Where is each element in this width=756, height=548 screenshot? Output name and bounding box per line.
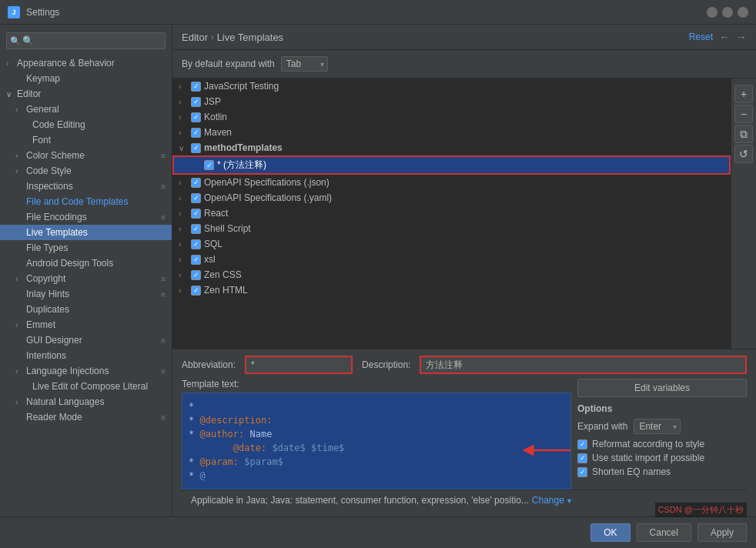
sidebar-item-general[interactable]: › General <box>0 102 172 117</box>
expand-with-select[interactable]: Enter Tab Space <box>634 419 681 434</box>
item-label: JSP <box>204 96 724 107</box>
item-label: Zen CSS <box>204 269 724 280</box>
checkbox[interactable]: ✓ <box>191 82 201 92</box>
list-item-zen-css[interactable]: › ✓ Zen CSS <box>172 267 731 282</box>
change-link[interactable]: Change <box>532 495 564 506</box>
sidebar-item-live-templates[interactable]: Live Templates <box>0 225 172 240</box>
abbreviation-input[interactable] <box>245 356 353 374</box>
checkbox[interactable]: ✓ <box>191 143 201 153</box>
sidebar-item-code-editing[interactable]: Code Editing <box>0 117 172 132</box>
sidebar-item-editor[interactable]: ∨ Editor <box>0 86 172 102</box>
reset-button[interactable]: Reset <box>689 32 713 42</box>
template-list[interactable]: › ✓ JavaScript Testing › ✓ JSP › ✓ K <box>172 79 731 349</box>
expand-select[interactable]: Tab Enter Space <box>281 56 328 72</box>
checkbox[interactable]: ✓ <box>191 112 201 122</box>
expand-with-select-wrapper[interactable]: Enter Tab Space <box>634 419 681 434</box>
shorten-eq-checkbox[interactable]: ✓ <box>577 467 587 477</box>
checkbox[interactable]: ✓ <box>191 97 201 107</box>
cancel-button[interactable]: Cancel <box>637 523 691 542</box>
sidebar-item-color-scheme[interactable]: › Color Scheme ≡ <box>0 148 172 163</box>
window-title: Settings <box>26 7 59 18</box>
option-static-import[interactable]: ✓ Use static import if possible <box>577 453 747 463</box>
search-box[interactable]: 🔍 <box>6 32 166 49</box>
remove-button[interactable]: − <box>734 105 753 123</box>
sidebar-item-emmet[interactable]: › Emmet <box>0 317 172 332</box>
list-item-zen-html[interactable]: › ✓ Zen HTML <box>172 282 731 298</box>
sidebar-item-font[interactable]: Font <box>0 132 172 148</box>
expand-select-wrapper[interactable]: Tab Enter Space <box>281 56 328 72</box>
list-item-react[interactable]: › ✓ React <box>172 206 731 221</box>
sidebar-item-code-style[interactable]: › Code Style <box>0 163 172 179</box>
copy-button[interactable]: ⧉ <box>734 125 753 143</box>
checkbox[interactable]: ✓ <box>191 239 201 249</box>
sidebar-item-intentions[interactable]: Intentions <box>0 348 172 363</box>
sidebar-item-natural-lang[interactable]: › Natural Languages <box>0 394 172 409</box>
sidebar-item-file-types[interactable]: File Types <box>0 240 172 256</box>
code-line: * @ <box>189 469 564 483</box>
sidebar-item-live-edit[interactable]: Live Edit of Compose Literal <box>0 379 172 394</box>
sidebar-item-reader-mode[interactable]: Reader Mode ≡ <box>0 409 172 425</box>
reformat-checkbox[interactable]: ✓ <box>577 439 587 449</box>
search-input[interactable] <box>6 32 166 49</box>
maximize-button[interactable] <box>722 7 733 18</box>
ok-button[interactable]: OK <box>590 523 630 542</box>
sidebar-item-inspections[interactable]: Inspections ≡ <box>0 179 172 194</box>
breadcrumb: Editor › Live Templates <box>182 32 283 43</box>
close-button[interactable] <box>738 7 748 18</box>
sidebar-item-file-code-templates[interactable]: File and Code Templates <box>0 194 172 209</box>
edit-variables-button[interactable]: Edit variables <box>577 379 747 397</box>
sidebar-item-gui-designer[interactable]: GUI Designer ≡ <box>0 332 172 348</box>
option-shorten-eq[interactable]: ✓ Shorten EQ names <box>577 466 747 477</box>
list-item-shell[interactable]: › ✓ Shell Script <box>172 221 731 236</box>
sidebar-item-inlay-hints[interactable]: Inlay Hints ≡ <box>0 286 172 302</box>
list-item-kotlin[interactable]: › ✓ Kotlin <box>172 109 731 125</box>
checkbox[interactable]: ✓ <box>191 193 201 203</box>
list-item-jsp[interactable]: › ✓ JSP <box>172 94 731 109</box>
checkbox[interactable]: ✓ <box>191 128 201 138</box>
options-title: Options <box>577 403 747 414</box>
arrow-icon: › <box>15 152 25 160</box>
list-item-xsl[interactable]: › ✓ xsl <box>172 252 731 267</box>
sidebar-item-label: File and Code Templates <box>26 196 129 207</box>
sidebar-item-android-design[interactable]: Android Design Tools <box>0 256 172 271</box>
add-button[interactable]: + <box>734 85 753 103</box>
checkbox[interactable]: ✓ <box>191 270 201 280</box>
checkbox[interactable]: ✓ <box>191 286 201 296</box>
minimize-button[interactable] <box>707 7 718 18</box>
checkbox[interactable]: ✓ <box>204 160 214 170</box>
sidebar-item-duplicates[interactable]: Duplicates <box>0 302 172 317</box>
list-item-openapi-json[interactable]: › ✓ OpenAPI Specifications (.json) <box>172 175 731 190</box>
checkbox[interactable]: ✓ <box>191 255 201 265</box>
item-label: Maven <box>204 127 724 138</box>
template-text-content[interactable]: * * @description: * @author: Name @date:… <box>182 393 571 490</box>
forward-button[interactable]: → <box>736 31 747 43</box>
sidebar-item-file-encodings[interactable]: File Encodings ≡ <box>0 209 172 225</box>
checkbox[interactable]: ✓ <box>191 178 201 188</box>
sidebar-item-appearance[interactable]: › Appearance & Behavior <box>0 55 172 71</box>
static-import-checkbox[interactable]: ✓ <box>577 453 587 463</box>
annotation-arrow <box>517 435 578 466</box>
undo-button[interactable]: ↺ <box>734 145 753 163</box>
description-input[interactable] <box>420 356 747 374</box>
expand-arrow: › <box>179 98 189 106</box>
list-item-sql[interactable]: › ✓ SQL <box>172 236 731 252</box>
sidebar-item-label: Emmet <box>26 319 55 330</box>
sidebar-item-copyright[interactable]: › Copyright ≡ <box>0 271 172 286</box>
content-header: Editor › Live Templates Reset ← → <box>172 25 756 50</box>
apply-button[interactable]: Apply <box>697 523 747 542</box>
list-item-openapi-yaml[interactable]: › ✓ OpenAPI Specifications (.yaml) <box>172 190 731 206</box>
sidebar-item-language-injections[interactable]: › Language Injections ≡ <box>0 363 172 379</box>
list-item-js-testing[interactable]: › ✓ JavaScript Testing <box>172 79 731 94</box>
expand-arrow: ∨ <box>179 144 189 152</box>
code-line: @date: $date$ $time$ <box>189 441 564 455</box>
list-item-method-templates[interactable]: ∨ ✓ methodTemplates <box>172 140 731 155</box>
expand-arrow: › <box>179 179 189 187</box>
badge: ≡ <box>161 336 166 345</box>
option-reformat[interactable]: ✓ Reformat according to style <box>577 439 747 449</box>
list-item-method-comment[interactable]: ✓ * (方法注释) <box>172 155 731 175</box>
checkbox[interactable]: ✓ <box>191 209 201 219</box>
list-item-maven[interactable]: › ✓ Maven <box>172 125 731 140</box>
checkbox[interactable]: ✓ <box>191 224 201 234</box>
sidebar-item-keymap[interactable]: Keymap <box>0 71 172 86</box>
back-button[interactable]: ← <box>719 31 730 43</box>
